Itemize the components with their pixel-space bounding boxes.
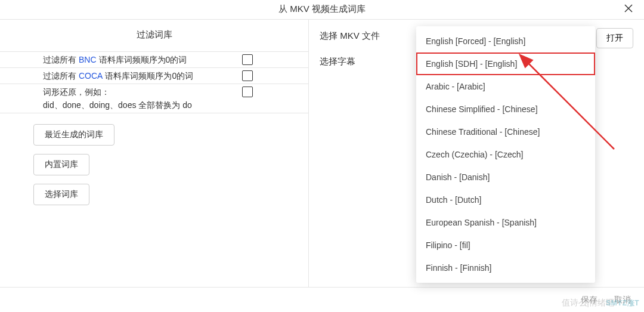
subtitle-option[interactable]: Chinese Simplified - [Chinese] — [416, 98, 595, 121]
filter-bnc-highlight: BNC — [79, 53, 97, 66]
select-subtitle-label: 选择字幕 — [320, 56, 355, 67]
subtitle-option[interactable]: Dutch - [Dutch] — [416, 189, 595, 211]
subtitle-option[interactable]: Danish - [Danish] — [416, 166, 595, 189]
subtitle-option[interactable]: English [SDH] - [English] — [416, 52, 595, 75]
close-icon[interactable] — [623, 2, 634, 14]
filter-bnc-prefix: 过滤所有 — [43, 53, 76, 66]
filter-coca-prefix: 过滤所有 — [43, 69, 76, 82]
builtin-vocab-button[interactable]: 内置词库 — [33, 154, 89, 175]
filter-coca-suffix: 语料库词频顺序为0的词 — [105, 69, 193, 82]
filter-row-lemma: 词形还原，例如： did、done、doing、does 全部替换为 do — [0, 84, 308, 113]
subtitle-dropdown[interactable]: English [Forced] - [English]English [SDH… — [416, 26, 595, 283]
recent-vocab-button[interactable]: 最近生成的词库 — [33, 124, 114, 146]
filter-coca-checkbox[interactable] — [242, 70, 253, 81]
filter-panel-title: 过滤词库 — [0, 29, 308, 41]
subtitle-option[interactable]: Finnish - [Finnish] — [416, 257, 595, 279]
title-bar: 从 MKV 视频生成词库 — [0, 0, 644, 19]
filter-bnc-checkbox[interactable] — [242, 54, 253, 65]
filter-bnc-suffix: 语料库词频顺序为0的词 — [99, 53, 187, 66]
subtitle-option[interactable]: Filipino - [fil] — [416, 234, 595, 257]
filter-lemma-checkbox[interactable] — [242, 87, 253, 97]
window-title: 从 MKV 视频生成词库 — [278, 4, 366, 15]
filter-coca-highlight: COCA — [79, 69, 103, 82]
choose-vocab-button[interactable]: 选择词库 — [33, 184, 89, 205]
subtitle-option[interactable]: Chinese Traditional - [Chinese] — [416, 121, 595, 143]
subtitle-option[interactable]: English [Forced] - [English] — [416, 30, 595, 52]
subtitle-option[interactable]: European Spanish - [Spanish] — [416, 211, 595, 234]
filter-row-coca: 过滤所有 COCA 语料库词频顺序为0的词 — [0, 68, 308, 84]
open-button[interactable]: 打开 — [596, 28, 633, 48]
select-file-label: 选择 MKV 文件 — [320, 30, 380, 42]
filter-panel: 过滤词库 过滤所有 BNC 语料库词频顺序为0的词 过滤所有 COCA 语料库词… — [0, 20, 309, 287]
subtitle-option[interactable]: Czech (Czechia) - [Czech] — [416, 143, 595, 166]
filter-row-bnc: 过滤所有 BNC 语料库词频顺序为0的词 — [0, 52, 308, 67]
save-button[interactable]: 保存 — [581, 295, 597, 305]
filter-lemma-line2: did、done、doing、does 全部替换为 do — [43, 98, 234, 112]
subtitle-option[interactable]: Arabic - [Arabic] — [416, 75, 595, 98]
filter-lemma-line1: 词形还原，例如： — [43, 85, 234, 98]
footer: 保存 取消 — [0, 288, 644, 312]
filter-buttons: 最近生成的词库 内置词库 选择词库 — [33, 124, 308, 205]
cancel-button[interactable]: 取消 — [614, 295, 631, 305]
